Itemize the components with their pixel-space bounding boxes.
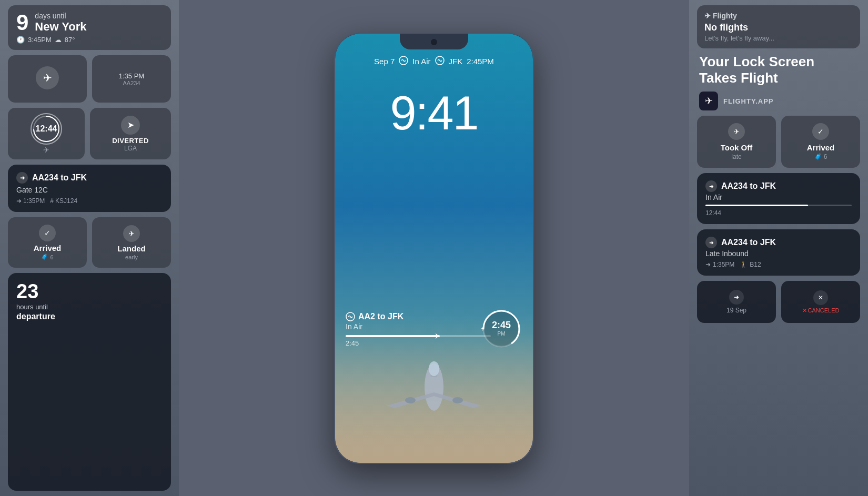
right-flight-icon-1: ➜ (705, 180, 717, 192)
right-flight-card-2[interactable]: ➜ AA234 to JFK Late Inbound ➜ 1:35PM 🚶 B… (697, 229, 860, 276)
lock-arrival-time: 2:45 (346, 339, 491, 347)
left-detail-time: ➜ 1:35PM (16, 197, 45, 205)
weather-row: 🕐 3:45PM ☁ 87° (16, 36, 163, 44)
diverted-widget[interactable]: ➤ DIVERTED LGA (90, 108, 171, 159)
days-label: days until (35, 12, 86, 20)
svg-text:✈: ✈ (480, 327, 486, 331)
lock-dest-icon (435, 56, 445, 67)
cloud-icon: ☁ (55, 36, 62, 44)
right-flight-card-1[interactable]: ➜ AA234 to JFK In Air 12:44 (697, 173, 860, 224)
svg-point-5 (405, 397, 416, 403)
landed-icon: ✈ (123, 225, 140, 242)
city-label: New York (35, 20, 86, 34)
hours-until-card: 23 hours until departure (8, 273, 171, 491)
lock-progress-plane: ✈ (433, 332, 440, 340)
heading-line2: Takes Flight (699, 70, 778, 86)
right-progress-bar-1 (705, 205, 852, 206)
flight-time: 1:35 PM (119, 72, 144, 80)
departure-time: 3:45PM (28, 36, 52, 44)
plane-widget[interactable]: ✈ (8, 55, 87, 103)
left-detail-code: # KSJ124 (50, 197, 77, 205)
took-off-sub: late (731, 153, 741, 160)
temperature: 87° (65, 36, 75, 44)
right-arrived-widget[interactable]: ✓ Arrived 🧳 6 (781, 116, 860, 168)
landed-label: Landed (117, 244, 145, 253)
lock-flight-widget: AA2 to JFK In Air ✈ 2:45 (346, 312, 491, 347)
landed-widget[interactable]: ✈ Landed early (92, 217, 171, 268)
phone-container: Sep 7 In Air JFK 2:45PM 9:41 (179, 0, 689, 496)
arrived-label: Arrived (34, 244, 62, 252)
flighty-title: No flights (704, 22, 853, 33)
right-bottom-row: ➜ 19 Sep ✕ ✕ CANCELED (697, 281, 860, 323)
phone-camera (431, 39, 437, 45)
left-flight-title-1: AA234 to JFK (32, 173, 87, 183)
right-flight-icon-2: ➜ (705, 237, 717, 248)
right-flight-title-2: AA234 to JFK (721, 238, 776, 247)
circle-ampm: PM (492, 331, 511, 337)
arrived-landed-row: ✓ Arrived 🧳 6 ✈ Landed early (8, 217, 171, 268)
lock-progress-fill (346, 335, 440, 337)
hours-label: hours until (16, 303, 163, 311)
heading-line1: Your Lock Screen (699, 54, 814, 69)
small-widget-row-2: 12:44 ✈ ➤ DIVERTED LGA (8, 108, 171, 159)
phone-screen: Sep 7 In Air JFK 2:45PM 9:41 (335, 34, 533, 463)
hours-num: 23 (16, 280, 163, 303)
svg-point-7 (429, 361, 439, 376)
app-name-label: FLIGHTY.APP (723, 97, 774, 105)
circle-time: 2:45 (492, 320, 511, 331)
right-flight-status-1: In Air (705, 193, 852, 201)
arrived-widget[interactable]: ✓ Arrived 🧳 6 (8, 217, 87, 268)
took-off-label: Took Off (721, 143, 753, 152)
right-flight-details-2: ➜ 1:35PM 🚶 B12 (705, 261, 852, 268)
clock-icon: 🕐 (16, 36, 25, 44)
clock-plane-icon: ✈ (43, 146, 49, 154)
right-widget-row: ✈ Took Off late ✓ Arrived 🧳 6 (697, 116, 860, 168)
right-flight-details-1: 12:44 (705, 209, 852, 217)
diverted-code: LGA (124, 145, 137, 152)
app-icon: ✈ (699, 92, 718, 110)
lock-flight-name: AA2 to JFK (346, 312, 491, 321)
bottom-card-1[interactable]: ➜ 19 Sep (697, 281, 776, 323)
flighty-app-label: ✈ Flighty (704, 12, 853, 20)
lock-dest: JFK (449, 57, 463, 66)
left-flight-gate: Gate 12C (16, 186, 163, 194)
right-panel: ✈ Flighty No flights Let's fly, let's fl… (689, 0, 868, 496)
app-row: ✈ FLIGHTY.APP (697, 92, 860, 110)
flighty-sub: Let's fly, let's fly away... (704, 34, 853, 42)
lock-circle-widget: ✈ 2:45 PM (480, 308, 522, 350)
lock-circle-text: 2:45 PM (492, 320, 511, 338)
right-flight-status-2: Late Inbound (705, 249, 852, 258)
right-arrived-icon: ✓ (812, 123, 829, 140)
lock-flight-status-text: In Air (346, 322, 491, 331)
right-progress-fill-1 (705, 205, 808, 206)
bottom-card-2-icon: ✕ (813, 290, 828, 305)
left-flight-card-1[interactable]: ➜ AA234 to JFK Gate 12C ➜ 1:35PM # KSJ12… (8, 165, 171, 212)
days-until-card: 9 days until New York 🕐 3:45PM ☁ 87° (8, 5, 171, 50)
clock-face: 12:44 (31, 113, 62, 145)
bottom-card-2[interactable]: ✕ ✕ CANCELED (781, 281, 860, 323)
clock-widget[interactable]: 12:44 ✈ (8, 108, 85, 159)
plane-icon: ✈ (36, 66, 59, 89)
arrived-sub: 🧳 6 (41, 254, 53, 260)
flight-time-widget[interactable]: 1:35 PM AA234 (92, 55, 171, 103)
lock-flight-status: In Air (412, 57, 430, 66)
departure-label: departure (16, 312, 163, 321)
lock-status-bar: Sep 7 In Air JFK 2:45PM (335, 56, 533, 67)
svg-point-6 (452, 397, 463, 403)
lock-time: 9:41 (335, 86, 533, 140)
took-off-widget[interactable]: ✈ Took Off late (697, 116, 776, 168)
right-flight-header-2: ➜ AA234 to JFK (705, 237, 852, 248)
right-arrived-label: Arrived (807, 143, 835, 152)
flighty-top-card[interactable]: ✈ Flighty No flights Let's fly, let's fl… (697, 5, 860, 48)
phone-shell: Sep 7 In Air JFK 2:45PM 9:41 (334, 33, 534, 464)
left-panel: 9 days until New York 🕐 3:45PM ☁ 87° ✈ 1… (0, 0, 179, 496)
right-flight-title-1: AA234 to JFK (721, 181, 776, 191)
days-num: 9 (16, 12, 28, 34)
lock-progress-bar: ✈ (346, 335, 491, 337)
right-flight-detail-gate: 🚶 B12 (740, 261, 761, 268)
plane-silhouette (381, 358, 487, 431)
right-arrived-sub: 🧳 6 (814, 153, 827, 160)
flight-number-small: AA234 (123, 80, 140, 86)
bottom-card-1-icon: ➜ (729, 290, 744, 305)
right-flight-header-1: ➜ AA234 to JFK (705, 180, 852, 192)
